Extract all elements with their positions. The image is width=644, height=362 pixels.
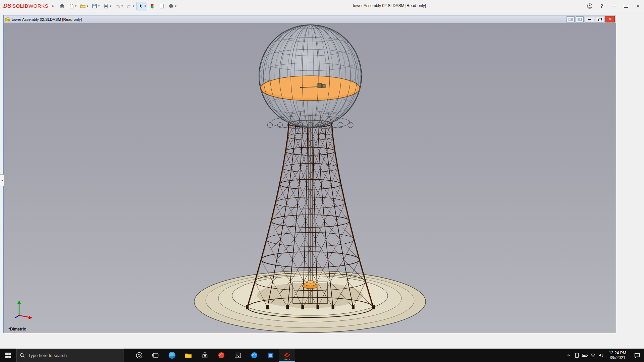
tablet-mode-button[interactable] xyxy=(573,349,581,362)
edge-icon xyxy=(168,351,176,360)
search-input[interactable] xyxy=(28,353,123,358)
red-app-icon xyxy=(217,351,225,359)
doc-pane-button-1[interactable] xyxy=(567,16,575,22)
taskbar-app-cortana[interactable] xyxy=(131,349,147,362)
help-icon: ? xyxy=(600,3,603,9)
doc-restore-button[interactable] xyxy=(595,16,604,22)
clock-date: 3/5/2021 xyxy=(610,355,626,360)
cortana-icon xyxy=(135,351,143,359)
taskbar-spacer xyxy=(123,349,131,362)
pane-window-icon xyxy=(569,18,573,21)
select-tool-button[interactable]: ▾ xyxy=(137,2,148,10)
file-properties-button[interactable] xyxy=(157,2,166,10)
dropdown-arrow-icon[interactable]: ▾ xyxy=(175,4,176,8)
action-center-button[interactable] xyxy=(630,349,644,362)
blue-square-app-icon xyxy=(267,351,275,359)
3d-model-tesla-tower[interactable] xyxy=(4,23,616,333)
brand-works: WORKS xyxy=(29,3,48,9)
dropdown-arrow-icon[interactable]: ▾ xyxy=(110,4,111,8)
doc-pane-button-2[interactable] xyxy=(576,16,584,22)
assembly-icon xyxy=(5,17,10,22)
undo-icon xyxy=(115,3,121,9)
close-icon: ✕ xyxy=(609,17,611,21)
document-window: tower Assembly 02.SLDASM [Read-only] ✕ xyxy=(3,15,616,333)
document-window-controls: ✕ xyxy=(567,16,615,22)
app-titlebar: DS SOLID WORKS ▸ ▾ ▾ ▾ ▾ ▾ ▾ xyxy=(0,0,644,12)
document-titlebar[interactable]: tower Assembly 02.SLDASM [Read-only] ✕ xyxy=(4,15,616,23)
start-button[interactable] xyxy=(0,349,16,362)
volume-button[interactable] xyxy=(597,349,605,362)
solidworks-logo: DS SOLID WORKS xyxy=(3,3,48,9)
print-button[interactable]: ▾ xyxy=(102,2,113,10)
windows-start-icon xyxy=(5,353,11,358)
undo-button[interactable]: ▾ xyxy=(113,2,124,10)
view-orientation-label: *Dimetric xyxy=(8,327,26,331)
redo-button[interactable]: ▾ xyxy=(125,2,136,10)
battery-button[interactable] xyxy=(581,349,589,362)
maximize-icon xyxy=(624,4,628,8)
minimize-icon xyxy=(588,19,591,20)
taskbar-app-terminal[interactable] xyxy=(229,349,246,362)
hidden-icons-button[interactable] xyxy=(565,349,573,362)
feature-tree-collapse-tab[interactable]: ◂ xyxy=(0,174,4,186)
ds-logo-mark: DS xyxy=(3,3,11,9)
chevron-up-icon xyxy=(567,354,571,357)
taskbar-app-edge[interactable] xyxy=(164,349,180,362)
open-folder-icon xyxy=(80,3,86,9)
doc-close-button[interactable]: ✕ xyxy=(605,16,615,22)
options-button[interactable]: ▾ xyxy=(167,2,178,10)
close-button[interactable]: ✕ xyxy=(632,0,644,12)
windows-taskbar: 2021 12:24 PM 3/5/2021 xyxy=(0,349,644,362)
print-icon xyxy=(103,3,109,9)
save-icon xyxy=(92,3,98,9)
account-icon xyxy=(587,3,593,9)
file-properties-icon xyxy=(159,3,165,9)
taskbar-app-task-view[interactable] xyxy=(147,349,164,362)
app-window-controls: ? ✕ xyxy=(584,0,644,12)
taskbar-app-blue-square[interactable] xyxy=(262,349,279,362)
taskbar-clock[interactable]: 12:24 PM 3/5/2021 xyxy=(605,349,630,362)
z-axis-line xyxy=(15,315,19,318)
store-icon xyxy=(201,351,209,359)
y-axis-arrow xyxy=(17,300,21,304)
taskbar-app-file-explorer[interactable] xyxy=(180,349,197,362)
dropdown-arrow-icon[interactable]: ▾ xyxy=(98,4,100,8)
select-cursor-icon xyxy=(138,3,144,9)
open-button[interactable]: ▾ xyxy=(78,2,90,10)
taskbar-app-blue-round[interactable] xyxy=(246,349,262,362)
home-icon xyxy=(59,3,65,9)
task-view-icon xyxy=(152,351,160,359)
rebuild-button[interactable] xyxy=(148,2,157,10)
collapse-arrow-icon: ◂ xyxy=(1,179,3,182)
save-button[interactable]: ▾ xyxy=(90,2,101,10)
rebuild-icon xyxy=(149,3,155,9)
dropdown-arrow-icon[interactable]: ▾ xyxy=(133,4,135,8)
dropdown-arrow-icon[interactable]: ▾ xyxy=(75,4,77,8)
account-button[interactable] xyxy=(584,0,596,12)
toolbar-flyout-icon[interactable]: ▸ xyxy=(52,4,54,8)
dropdown-arrow-icon[interactable]: ▾ xyxy=(87,4,88,8)
home-button[interactable] xyxy=(58,2,66,10)
dropdown-arrow-icon[interactable]: ▾ xyxy=(145,4,146,8)
network-button[interactable] xyxy=(589,349,597,362)
taskbar-app-red[interactable] xyxy=(213,349,229,362)
battery-icon xyxy=(582,353,588,357)
help-button[interactable]: ? xyxy=(596,0,608,12)
taskbar-search[interactable] xyxy=(16,349,123,362)
redo-icon xyxy=(126,3,132,9)
blue-round-app-icon xyxy=(250,351,258,359)
quick-access-toolbar: ▾ ▾ ▾ ▾ ▾ ▾ ▾ xyxy=(58,2,178,10)
new-document-button[interactable]: ▾ xyxy=(67,2,78,10)
x-axis-arrow xyxy=(29,316,33,319)
solidworks-version-badge: 2021 xyxy=(279,358,295,361)
taskbar-app-store[interactable] xyxy=(197,349,213,362)
minimize-button[interactable] xyxy=(608,0,620,12)
graphics-viewport[interactable]: *Dimetric xyxy=(4,23,616,333)
restore-icon xyxy=(598,18,601,21)
taskbar-app-solidworks[interactable]: 2021 xyxy=(279,349,295,362)
minimize-icon xyxy=(612,6,616,6)
notification-icon xyxy=(634,353,640,358)
maximize-button[interactable] xyxy=(620,0,632,12)
doc-minimize-button[interactable] xyxy=(585,16,594,22)
dropdown-arrow-icon[interactable]: ▾ xyxy=(121,4,123,8)
